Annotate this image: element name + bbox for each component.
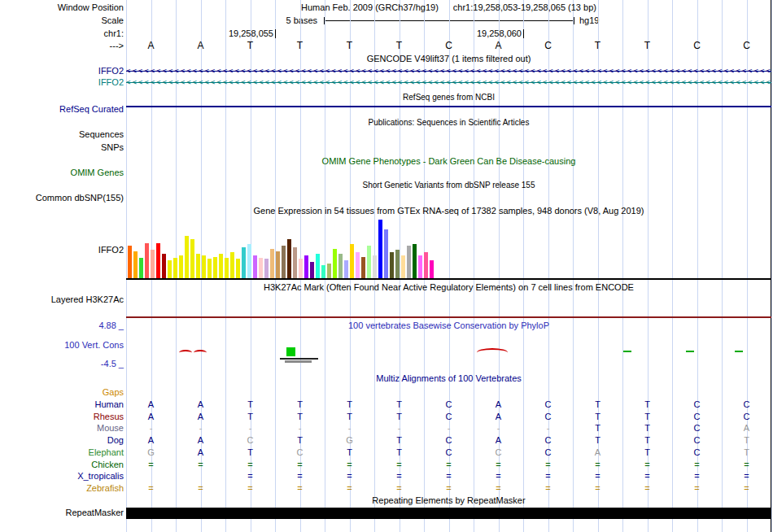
- gtex-bar[interactable]: [185, 236, 189, 278]
- gtex-bar[interactable]: [162, 254, 166, 278]
- gtex-bar[interactable]: [236, 259, 240, 278]
- gene-line[interactable]: <<<<<<<<<<<<<<<<<<<<<<<<<<<<<<<<<<<<<<<<…: [126, 66, 771, 76]
- gtex-bar[interactable]: [202, 255, 206, 278]
- gtex-bar[interactable]: [356, 252, 360, 278]
- ruler-tick-label: 19,258,060: [448, 28, 522, 38]
- multiz-cell: T: [225, 399, 275, 409]
- gtex-bar[interactable]: [151, 250, 155, 278]
- gtex-bar[interactable]: [384, 229, 388, 278]
- gtex-bar[interactable]: [128, 246, 132, 278]
- gtex-bar[interactable]: [287, 239, 291, 278]
- gtex-bar[interactable]: [282, 246, 286, 278]
- gtex-bar[interactable]: [321, 265, 325, 278]
- conservation-track-label[interactable]: 100 Vert. Cons: [0, 340, 124, 350]
- multiz-cell: T: [573, 412, 622, 421]
- gtex-bar[interactable]: [145, 243, 149, 278]
- gtex-bar[interactable]: [413, 244, 417, 278]
- multiz-row-label[interactable]: Chicken: [0, 460, 124, 469]
- gtex-bar[interactable]: [310, 262, 314, 278]
- multiz-row-label[interactable]: Rhesus: [0, 412, 124, 421]
- multiz-row-label[interactable]: Human: [0, 399, 124, 409]
- gtex-bar[interactable]: [264, 259, 269, 278]
- gtex-bar[interactable]: [395, 250, 400, 278]
- gtex-bar[interactable]: [373, 255, 377, 278]
- gene-line[interactable]: <<<<<<<<<<<<<<<<<<<<<<<<<<<<<<<<<<<<<<<<…: [126, 77, 771, 88]
- multiz-row-label[interactable]: Zebrafish: [0, 483, 124, 493]
- gtex-bar[interactable]: [156, 243, 160, 278]
- gene-label[interactable]: IFFO2: [0, 66, 124, 76]
- gtex-bar[interactable]: [390, 252, 394, 278]
- multiz-row-label[interactable]: Gaps: [0, 387, 124, 397]
- multiz-row-label[interactable]: Elephant: [0, 447, 124, 457]
- gtex-bar[interactable]: [213, 257, 217, 278]
- gtex-bar[interactable]: [304, 255, 308, 278]
- gtex-bar[interactable]: [316, 254, 320, 278]
- gtex-bar[interactable]: [219, 254, 223, 278]
- gencode-track-title[interactable]: GENCODE V49lift37 (1 items filtered out): [126, 54, 771, 63]
- gtex-bar[interactable]: [230, 252, 234, 278]
- conservation-track-title[interactable]: 100 vertebrates Basewise Conservation by…: [126, 321, 771, 330]
- gtex-bar[interactable]: [401, 255, 405, 278]
- gtex-bar[interactable]: [407, 246, 411, 278]
- multiz-cell: =: [424, 460, 474, 469]
- repeatmasker-label[interactable]: RepeatMasker: [0, 508, 124, 517]
- sequence-base: T: [325, 40, 374, 51]
- gtex-bar[interactable]: [196, 254, 200, 278]
- dbsnp-track-title[interactable]: Short Genetic Variants from dbSNP releas…: [126, 181, 771, 190]
- sequences-label[interactable]: Sequences: [0, 129, 124, 139]
- gtex-bar[interactable]: [378, 220, 382, 278]
- gtex-bar[interactable]: [299, 259, 303, 278]
- gtex-bar[interactable]: [270, 249, 274, 278]
- gtex-bar[interactable]: [247, 244, 251, 278]
- repeatmasker-track-title[interactable]: Repeating Elements by RepeatMasker: [126, 495, 771, 505]
- omim-track-title[interactable]: OMIM Gene Phenotypes - Dark Green Can Be…: [126, 156, 771, 166]
- multiz-cell: =: [474, 460, 523, 469]
- gtex-bar[interactable]: [139, 258, 143, 278]
- gtex-bar[interactable]: [242, 247, 246, 278]
- gtex-bar[interactable]: [350, 244, 354, 278]
- gtex-bar[interactable]: [418, 255, 422, 278]
- position-range: chr1:19,258,053-19,258,065 (13 bp): [453, 2, 596, 12]
- gtex-bar[interactable]: [367, 246, 371, 278]
- gtex-bar[interactable]: [259, 258, 263, 278]
- gtex-bar[interactable]: [207, 259, 212, 278]
- gtex-bar[interactable]: [173, 258, 177, 278]
- common-dbsnp-label[interactable]: Common dbSNP(155): [0, 193, 124, 203]
- gtex-bar[interactable]: [327, 264, 331, 278]
- conservation-mark: [285, 360, 312, 363]
- gtex-bar[interactable]: [190, 239, 194, 278]
- gtex-bar[interactable]: [344, 260, 348, 278]
- gtex-bar[interactable]: [293, 247, 297, 278]
- h3k27ac-track-title[interactable]: H3K27Ac Mark (Often Found Near Active Re…: [126, 282, 771, 292]
- snps-label[interactable]: SNPs: [0, 142, 124, 152]
- multiz-row-label[interactable]: Dog: [0, 435, 124, 445]
- gtex-bar[interactable]: [276, 251, 280, 278]
- gtex-bar[interactable]: [361, 257, 365, 278]
- multiz-cell: =: [275, 460, 325, 469]
- multiz-cell: =: [573, 471, 622, 481]
- publications-track-title[interactable]: Publications: Sequences in Scientific Ar…: [126, 118, 771, 127]
- scale-bar-right-tick: [574, 17, 574, 24]
- gtex-bar[interactable]: [253, 255, 257, 278]
- repeatmasker-bar[interactable]: [126, 508, 771, 519]
- gtex-track-title[interactable]: Gene Expression in 54 tissues from GTEx …: [126, 206, 771, 216]
- multiz-row-label[interactable]: X_tropicalis: [0, 471, 124, 481]
- multiz-row-label[interactable]: Mouse: [0, 423, 124, 433]
- multiz-track-title[interactable]: Multiz Alignments of 100 Vertebrates: [126, 373, 771, 383]
- gtex-bar[interactable]: [333, 249, 337, 278]
- gtex-bar[interactable]: [338, 254, 343, 278]
- gtex-bar[interactable]: [430, 260, 434, 278]
- gtex-bar[interactable]: [179, 255, 183, 278]
- gene-label[interactable]: IFFO2: [0, 77, 124, 87]
- gtex-bar[interactable]: [225, 258, 229, 278]
- multiz-cell: =: [573, 460, 622, 469]
- h3k27ac-label[interactable]: Layered H3K27Ac: [0, 294, 124, 304]
- multiz-cell: T: [275, 435, 325, 445]
- gtex-bar[interactable]: [133, 251, 138, 278]
- gtex-bar[interactable]: [424, 252, 428, 278]
- gtex-bar[interactable]: [168, 260, 172, 278]
- omim-genes-label[interactable]: OMIM Genes: [0, 168, 124, 177]
- refseq-curated-label[interactable]: RefSeq Curated: [0, 104, 124, 114]
- gtex-gene-label[interactable]: IFFO2: [0, 245, 124, 255]
- refseq-track-title[interactable]: RefSeq genes from NCBI: [126, 93, 771, 102]
